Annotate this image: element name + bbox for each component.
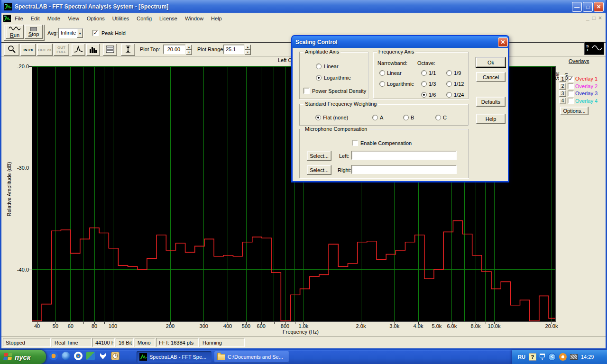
help-tray-icon[interactable]: ?: [529, 353, 536, 361]
plot-range-label: Plot Range:: [197, 46, 224, 52]
amplitude-logarithmic-radio[interactable]: [316, 75, 322, 81]
collapse-tray-icon[interactable]: <: [548, 353, 556, 361]
octave-1-12-label: 1/12: [454, 81, 464, 87]
overlay-label-1: Overlay 1: [575, 76, 598, 82]
help-button[interactable]: Help: [476, 114, 506, 124]
menu-file[interactable]: File: [11, 15, 27, 22]
zoom-cursor-button[interactable]: [4, 44, 19, 56]
weighting-a-radio[interactable]: [372, 115, 378, 120]
menu-options[interactable]: Options: [83, 15, 109, 22]
bar-graph-button[interactable]: [86, 44, 100, 56]
overlay-on-checkbox-4[interactable]: [568, 98, 574, 104]
enable-compensation-checkbox[interactable]: [352, 140, 358, 146]
run-button[interactable]: Run: [6, 25, 24, 39]
weighting-b-radio[interactable]: [403, 115, 409, 120]
plot-top-input[interactable]: -20.00: [163, 45, 185, 54]
media-app-icon[interactable]: [86, 352, 95, 360]
amplitude-linear-radio[interactable]: [316, 64, 322, 69]
peak-hold-checkbox[interactable]: ✓: [92, 30, 99, 36]
overlay-on-checkbox-3[interactable]: [568, 91, 574, 97]
clock[interactable]: 14:29: [581, 354, 594, 360]
weighting-flatnone-radio[interactable]: [315, 115, 321, 120]
menu-help[interactable]: Help: [207, 15, 226, 22]
zoom-out-2x-button[interactable]: OUT 2X: [37, 44, 53, 56]
spin-up-icon[interactable]: ▲: [186, 45, 192, 50]
menu-window[interactable]: Window: [181, 15, 207, 22]
overlay-set-button-1[interactable]: 1: [559, 75, 566, 82]
mic-left-field[interactable]: [351, 151, 457, 160]
x-minor-tick: [465, 322, 465, 324]
plot-range-spinner[interactable]: ▲ ▼: [245, 45, 251, 54]
avg-combobox[interactable]: Infinite ▼: [58, 28, 83, 38]
ok-button[interactable]: Ok: [476, 57, 506, 67]
spin-down-icon[interactable]: ▼: [186, 50, 192, 55]
browser-icon[interactable]: [74, 352, 83, 360]
plot-top-spinner[interactable]: ▲ ▼: [186, 45, 192, 54]
menu-config[interactable]: Config: [133, 15, 156, 22]
chevron-down-icon[interactable]: ▼: [77, 28, 83, 38]
octave-1-1-radio[interactable]: [421, 70, 427, 76]
overlay-set-button-3[interactable]: 3: [559, 90, 566, 97]
taskbar-item-explorer[interactable]: C:\Documents and Se...: [214, 351, 289, 363]
overlay-options-button[interactable]: Options...: [560, 107, 589, 115]
octave-1-3-radio[interactable]: [421, 81, 427, 87]
restore-window-tray-icon[interactable]: ▼: [540, 354, 545, 361]
overlay-set-button-2[interactable]: 2: [559, 83, 566, 90]
mdi-restore-icon[interactable]: □: [592, 15, 596, 21]
fox-app-icon[interactable]: [99, 352, 107, 360]
freq-logarithmic-radio[interactable]: [379, 81, 385, 87]
mic-right-field[interactable]: [351, 165, 457, 174]
taskbar-item-spectralab[interactable]: SpectraLAB - FFT Spe...: [137, 351, 212, 363]
details-view-button[interactable]: [103, 44, 117, 56]
peak-curve-button[interactable]: [72, 44, 85, 56]
plot-range-input[interactable]: 25.1: [223, 45, 244, 54]
spin-up-icon[interactable]: ▲: [245, 45, 251, 50]
weighting-c-radio[interactable]: [435, 115, 441, 120]
cancel-button[interactable]: Cancel: [476, 72, 506, 82]
menu-utilities[interactable]: Utilities: [109, 15, 133, 22]
minimize-button[interactable]: —: [572, 2, 582, 12]
octave-1-9-radio[interactable]: [446, 70, 452, 76]
stop-button-label: Stop: [28, 31, 39, 37]
avg-value: Infinite: [59, 28, 77, 38]
defaults-button[interactable]: Defaults: [476, 97, 506, 107]
zoom-out-full-button[interactable]: OUT FULL: [54, 44, 69, 56]
x-minor-tick: [104, 322, 105, 324]
spin-down-icon[interactable]: ▼: [245, 50, 251, 55]
menu-license[interactable]: License: [156, 15, 181, 22]
freq-linear-radio[interactable]: [379, 70, 385, 76]
language-indicator[interactable]: RU: [518, 354, 525, 360]
start-button[interactable]: пуск: [0, 350, 46, 364]
overlay-on-checkbox-1[interactable]: ✓: [568, 76, 574, 82]
updater-tray-icon[interactable]: [559, 353, 567, 361]
x-tick-label: 6.0k: [447, 323, 457, 329]
clock-app-icon[interactable]: [111, 352, 120, 360]
octave-1-12-radio[interactable]: [446, 81, 452, 87]
menu-mode[interactable]: Mode: [44, 15, 64, 22]
octave-1-1-label: 1/1: [429, 70, 436, 76]
mdi-close-icon[interactable]: ×: [598, 15, 602, 21]
select-left-button[interactable]: Select...: [307, 151, 331, 161]
display-tray-icon[interactable]: [570, 354, 578, 360]
vertical-range-button[interactable]: [121, 44, 135, 56]
media-player-icon[interactable]: [49, 352, 58, 360]
narrowband-label: Narrowband:: [377, 60, 407, 66]
dialog-close-button[interactable]: ✕: [498, 37, 508, 47]
messenger-icon[interactable]: [62, 352, 70, 360]
status-44100-hz: 44100 Hz: [92, 338, 115, 347]
overlay-set-button-4[interactable]: 4: [559, 98, 566, 104]
dialog-titlebar[interactable]: Scaling Control: [292, 36, 508, 48]
octave-1-6-radio[interactable]: [421, 92, 427, 98]
octave-1-24-radio[interactable]: [446, 92, 452, 98]
zoom-in-2x-button[interactable]: IN 2X: [20, 44, 36, 56]
menu-edit[interactable]: Edit: [27, 15, 44, 22]
psd-checkbox[interactable]: [304, 88, 310, 94]
close-button[interactable]: ✕: [594, 2, 604, 12]
select-right-button[interactable]: Select...: [307, 165, 331, 175]
mdi-minimize-icon[interactable]: _: [586, 15, 589, 21]
signal-generator-button[interactable]: ST: [584, 42, 604, 55]
overlay-on-checkbox-2[interactable]: [568, 83, 574, 89]
menu-view[interactable]: View: [64, 15, 83, 22]
maximize-button[interactable]: □: [583, 2, 593, 12]
stop-button[interactable]: Stop: [25, 25, 43, 39]
